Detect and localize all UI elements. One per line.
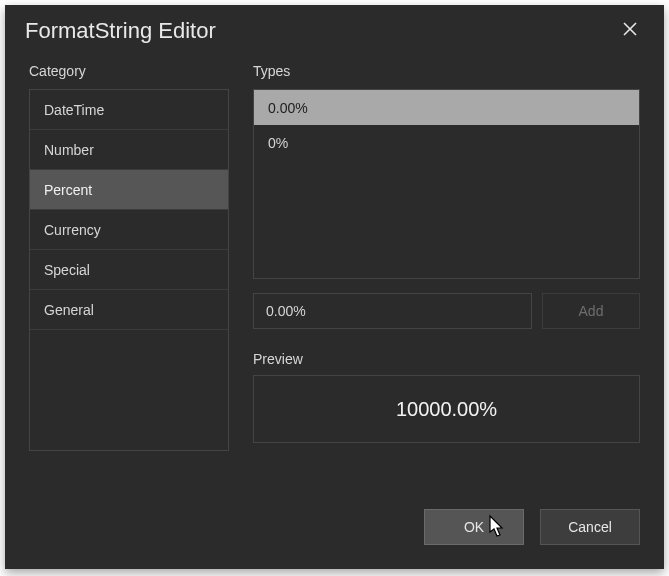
category-item-currency[interactable]: Currency bbox=[30, 210, 228, 250]
category-item-label: General bbox=[44, 302, 94, 318]
close-icon bbox=[623, 22, 637, 40]
category-item-datetime[interactable]: DateTime bbox=[30, 90, 228, 130]
types-item[interactable]: 0.00% bbox=[254, 90, 639, 125]
dialog-title: FormatString Editor bbox=[25, 18, 216, 44]
types-item-label: 0.00% bbox=[268, 100, 308, 116]
category-item-label: Currency bbox=[44, 222, 101, 238]
add-button-label: Add bbox=[579, 303, 604, 319]
category-item-label: DateTime bbox=[44, 102, 104, 118]
titlebar: FormatString Editor bbox=[5, 5, 664, 63]
category-item-percent[interactable]: Percent bbox=[30, 170, 228, 210]
cancel-button-label: Cancel bbox=[568, 519, 612, 535]
types-label: Types bbox=[253, 63, 640, 79]
preview-label: Preview bbox=[253, 351, 640, 367]
category-item-general[interactable]: General bbox=[30, 290, 228, 330]
cancel-button[interactable]: Cancel bbox=[540, 509, 640, 545]
format-string-input[interactable] bbox=[253, 293, 532, 329]
category-item-label: Percent bbox=[44, 182, 92, 198]
category-list: DateTime Number Percent Currency Special… bbox=[29, 89, 229, 451]
category-list-empty bbox=[30, 330, 228, 450]
preview-value: 10000.00% bbox=[396, 398, 497, 421]
category-item-number[interactable]: Number bbox=[30, 130, 228, 170]
category-item-label: Special bbox=[44, 262, 90, 278]
formatstring-editor-dialog: FormatString Editor Category DateTime Nu… bbox=[5, 5, 664, 569]
add-button[interactable]: Add bbox=[542, 293, 640, 329]
dialog-footer: OK Cancel bbox=[5, 483, 664, 569]
category-item-special[interactable]: Special bbox=[30, 250, 228, 290]
ok-button-label: OK bbox=[464, 519, 484, 535]
close-button[interactable] bbox=[616, 17, 644, 45]
ok-button[interactable]: OK bbox=[424, 509, 524, 545]
types-item[interactable]: 0% bbox=[254, 125, 639, 160]
types-list: 0.00% 0% bbox=[253, 89, 640, 279]
types-item-label: 0% bbox=[268, 135, 288, 151]
category-item-label: Number bbox=[44, 142, 94, 158]
preview-box: 10000.00% bbox=[253, 375, 640, 443]
category-label: Category bbox=[29, 63, 229, 79]
